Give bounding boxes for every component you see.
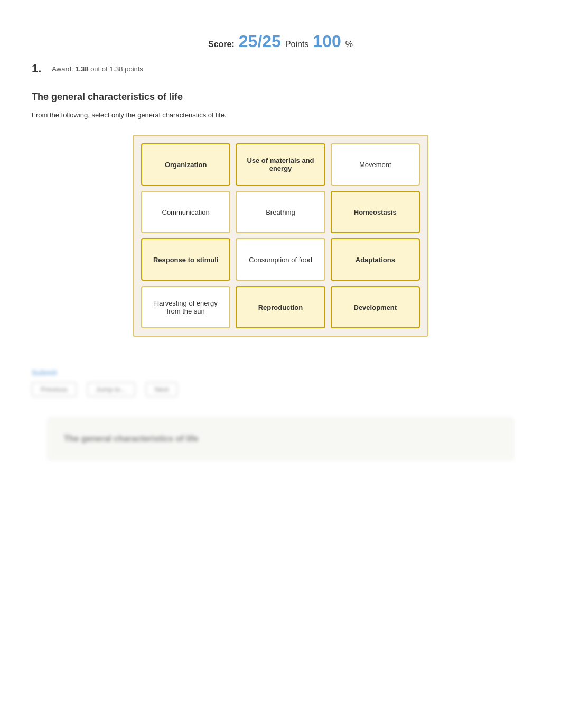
question-container: 1. Award: 1.38 out of 1.38 points The ge… <box>0 62 561 337</box>
award-suffix: out of 1.38 points <box>89 65 143 73</box>
grid-cell-homeostasis[interactable]: Homeostasis <box>331 191 420 233</box>
grid-cell-reproduction[interactable]: Reproduction <box>236 286 325 328</box>
footer-section: The general characteristics of life <box>48 418 513 460</box>
next-button[interactable]: Next <box>146 382 178 397</box>
question-header: The general characteristics of life From… <box>32 91 529 119</box>
score-value: 25/25 <box>239 32 281 51</box>
bottom-section: Submit Previous Jump to... Next The gene… <box>0 368 561 460</box>
previous-button[interactable]: Previous <box>32 382 77 397</box>
characteristics-grid: OrganizationUse of materials and energyM… <box>133 135 428 337</box>
score-percent-sign: % <box>345 40 353 49</box>
jump-button[interactable]: Jump to... <box>87 382 135 397</box>
footer-text: The general characteristics of life <box>64 434 497 444</box>
question-title: The general characteristics of life <box>32 91 529 103</box>
award-text: Award: 1.38 out of 1.38 points <box>52 65 143 73</box>
score-label: Score: <box>208 40 235 49</box>
grid-cell-use-materials[interactable]: Use of materials and energy <box>236 143 325 186</box>
question-number: 1. <box>32 62 41 76</box>
question-row-header: 1. Award: 1.38 out of 1.38 points <box>32 62 529 76</box>
grid-cell-development[interactable]: Development <box>331 286 420 328</box>
grid-cell-harvesting-energy[interactable]: Harvesting of energy from the sun <box>141 286 230 328</box>
award-value: 1.38 <box>75 65 88 73</box>
nav-buttons: Previous Jump to... Next <box>32 382 529 397</box>
nav-label: Submit <box>32 368 529 377</box>
grid-cell-communication[interactable]: Communication <box>141 191 230 233</box>
score-points-label: Points <box>285 40 308 49</box>
grid-cell-response-stimuli[interactable]: Response to stimuli <box>141 238 230 281</box>
grid-cell-consumption-food[interactable]: Consumption of food <box>236 238 325 281</box>
score-bar: Score: 25/25 Points 100 % <box>0 0 561 62</box>
grid-cell-adaptations[interactable]: Adaptations <box>331 238 420 281</box>
question-prompt: From the following, select only the gene… <box>32 111 529 119</box>
grid-cell-movement[interactable]: Movement <box>331 143 420 186</box>
award-prefix: Award: <box>52 65 75 73</box>
score-percent-value: 100 <box>313 32 341 51</box>
grid-cell-breathing[interactable]: Breathing <box>236 191 325 233</box>
grid-cell-organization[interactable]: Organization <box>141 143 230 186</box>
